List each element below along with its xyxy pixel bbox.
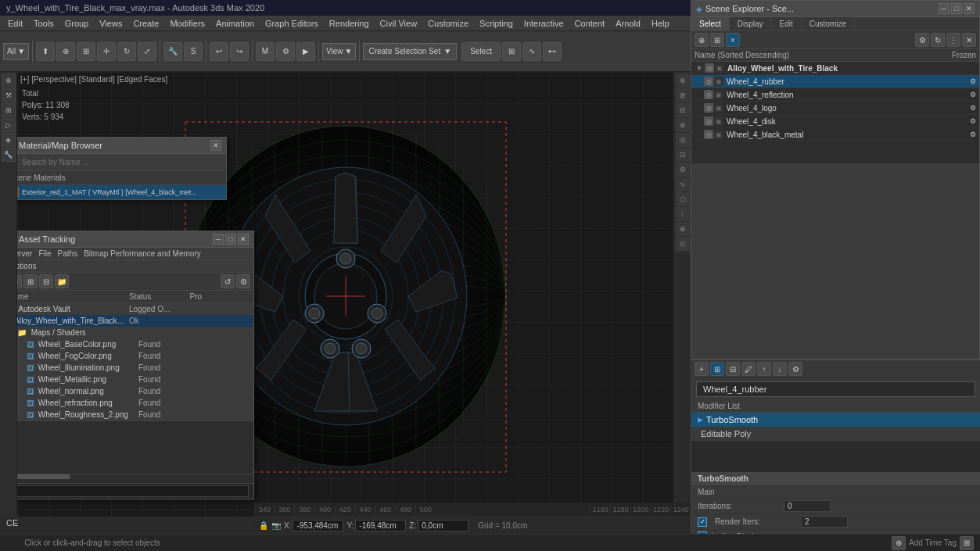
scene-more-btn[interactable]: ⋮ xyxy=(946,33,960,47)
vp-icon-9[interactable]: ⬡ xyxy=(676,192,690,206)
material-item-exterior[interactable]: Exterior_red_1_MAT ( VRayMtl ) [Wheel_4_… xyxy=(5,185,226,199)
left-icon-display[interactable]: ◈ xyxy=(2,133,16,147)
props-tb-btn6[interactable]: ↓ xyxy=(773,362,787,376)
status-btn2[interactable]: ⊞ xyxy=(960,536,974,550)
move-btn[interactable]: ✛ xyxy=(97,42,116,61)
vp-icon-10[interactable]: ↕ xyxy=(676,207,690,221)
vp-icon-12[interactable]: ⊙ xyxy=(676,237,690,251)
scene-tab-edit[interactable]: Edit xyxy=(772,17,802,30)
menu-animation[interactable]: Animation xyxy=(211,17,259,30)
scene-row-alloy[interactable]: ▼ ◎ ▣ Alloy_Wheel_with_Tire_Black xyxy=(691,62,979,75)
asset-row-roughness[interactable]: 🖼 Wheel_Roughness_2.png Found xyxy=(5,409,253,420)
asset-tb-refresh[interactable]: ↺ xyxy=(221,274,235,288)
menu-views[interactable]: Views xyxy=(95,17,127,30)
view-dropdown[interactable]: View ▼ xyxy=(322,43,356,60)
extra-btn1[interactable]: ⊞ xyxy=(502,42,521,61)
extra-btn3[interactable]: ⊷ xyxy=(543,42,562,61)
vp-icon-3[interactable]: ⊟ xyxy=(676,103,690,117)
undo-btn[interactable]: ↩ xyxy=(210,42,228,61)
select-object-btn[interactable]: ⬆ xyxy=(36,42,55,61)
asset-row-maps-folder[interactable]: 📁 Maps / Shaders xyxy=(5,327,253,338)
snap-toggle-btn[interactable]: S xyxy=(184,42,203,61)
asset-row-file[interactable]: 3 Alloy_Wheel_with_Tire_Black_max_vray..… xyxy=(5,315,253,327)
vp-icon-8[interactable]: ∿ xyxy=(676,177,690,191)
menu-interactive[interactable]: Interactive xyxy=(519,17,569,30)
asset-scrollbar[interactable] xyxy=(8,474,70,479)
scene-options-btn[interactable]: ⚙ xyxy=(915,33,929,47)
menu-create[interactable]: Create xyxy=(128,17,163,30)
menu-tools[interactable]: Tools xyxy=(29,17,59,30)
asset-row-fogcolor[interactable]: 🖼 Wheel_FogColor.png Found xyxy=(5,350,253,362)
menu-content[interactable]: Content xyxy=(570,17,610,30)
modifier-turbosmooth[interactable]: ▶ TurboSmooth xyxy=(691,413,980,427)
vp-icon-2[interactable]: ⊞ xyxy=(676,88,690,102)
asset-menu-bitmap[interactable]: Bitmap Performance and Memory xyxy=(84,249,201,258)
create-selection-btn[interactable]: Create Selection Set ▼ xyxy=(363,43,457,60)
scene-filter-btn[interactable]: ⊕ xyxy=(695,33,709,47)
asset-menu-file[interactable]: File xyxy=(38,249,51,258)
scene-tab-customize[interactable]: Customize xyxy=(802,17,855,30)
y-coord-input[interactable] xyxy=(355,520,406,531)
asset-minimize-btn[interactable]: ─ xyxy=(213,234,224,245)
scene-sync-btn[interactable]: ↻ xyxy=(931,33,945,47)
scene-sort-btn[interactable]: ⊞ xyxy=(710,33,724,47)
left-icon-utilities[interactable]: 🔧 xyxy=(2,148,16,162)
render-setup-btn[interactable]: ⚙ xyxy=(276,42,295,61)
vp-icon-1[interactable]: ⊕ xyxy=(676,73,690,88)
scale-btn[interactable]: ⤢ xyxy=(138,42,156,61)
asset-path-input[interactable] xyxy=(9,485,249,497)
render-iters-checkbox[interactable] xyxy=(698,517,707,527)
props-tb-btn1[interactable]: + xyxy=(695,362,709,376)
left-icon-hierarchy[interactable]: ⊞ xyxy=(2,103,16,117)
vp-icon-5[interactable]: ◎ xyxy=(676,133,690,147)
material-close-btn[interactable]: ✕ xyxy=(210,140,221,151)
material-search-input[interactable] xyxy=(17,156,223,169)
asset-menu-paths[interactable]: Paths xyxy=(58,249,78,258)
mode-dropdown[interactable]: All ▼ xyxy=(3,43,29,60)
menu-edit[interactable]: Edit xyxy=(3,17,27,30)
asset-close-btn[interactable]: ✕ xyxy=(238,234,249,245)
material-editor-btn[interactable]: M xyxy=(256,42,275,61)
menu-arnold[interactable]: Arnold xyxy=(611,17,645,30)
rotate-btn[interactable]: ↻ xyxy=(117,42,136,61)
asset-tb-settings[interactable]: ⚙ xyxy=(236,274,250,288)
menu-group[interactable]: Group xyxy=(60,17,94,30)
vp-icon-11[interactable]: ⊕ xyxy=(676,222,690,236)
status-btn1[interactable]: ⊕ xyxy=(892,536,906,550)
scene-row-black-metal[interactable]: ◎ ▣ Wheel_4_black_metal ⚙ xyxy=(691,128,979,141)
extra-btn2[interactable]: ∿ xyxy=(522,42,541,61)
asset-tb-btn4[interactable]: 📁 xyxy=(55,274,69,288)
menu-modifiers[interactable]: Modifiers xyxy=(165,17,210,30)
asset-row-illumination[interactable]: 🖼 Wheel_Illumination.png Found xyxy=(5,362,253,374)
asset-row-basecolor[interactable]: 🖼 Wheel_BaseColor.png Found xyxy=(5,338,253,350)
x-coord-input[interactable] xyxy=(293,520,343,531)
menu-graph-editors[interactable]: Graph Editors xyxy=(260,17,323,30)
scene-row-reflection[interactable]: ◎ ▣ Wheel_4_reflection ⚙ xyxy=(691,88,979,102)
scene-close2-btn[interactable]: ✕ xyxy=(962,33,976,47)
left-icon-motion[interactable]: ▷ xyxy=(2,118,16,132)
props-tb-btn2[interactable]: ⊞ xyxy=(710,362,724,376)
menu-customize[interactable]: Customize xyxy=(423,17,473,30)
render-btn[interactable]: ▶ xyxy=(296,42,315,61)
vp-icon-4[interactable]: ⊗ xyxy=(676,118,690,132)
props-tb-btn4[interactable]: 🖊 xyxy=(741,362,756,376)
vp-icon-7[interactable]: ⚙ xyxy=(676,163,690,177)
asset-tb-btn2[interactable]: ⊞ xyxy=(23,274,38,288)
render-iters-input[interactable] xyxy=(801,516,848,528)
modifier-editable-poly[interactable]: Editable Poly xyxy=(691,427,980,441)
menu-scripting[interactable]: Scripting xyxy=(475,17,518,30)
select-region-btn[interactable]: ⊞ xyxy=(77,42,95,61)
scene-minimize-btn[interactable]: ─ xyxy=(939,3,949,14)
props-tb-btn5[interactable]: ↑ xyxy=(757,362,771,376)
props-tb-btn3[interactable]: ⊟ xyxy=(726,362,740,376)
left-icon-modify[interactable]: ⚒ xyxy=(2,88,16,102)
asset-row-metallic[interactable]: 🖼 Wheel_Metallic.png Found xyxy=(5,374,253,385)
menu-help[interactable]: Help xyxy=(647,17,674,30)
scene-row-logo[interactable]: ◎ ▣ Wheel_4_logo ⚙ xyxy=(691,102,979,115)
select-filter-btn[interactable]: ⊕ xyxy=(56,42,75,61)
menu-civil-view[interactable]: Civil View xyxy=(375,17,422,30)
asset-row-vault[interactable]: ⊕ Autodesk Vault Logged O... xyxy=(5,303,253,315)
menu-rendering[interactable]: Rendering xyxy=(325,17,374,30)
scene-row-rubber[interactable]: ◎ ▣ Wheel_4_rubber ⚙ xyxy=(691,75,979,88)
left-icon-create[interactable]: ⊕ xyxy=(2,73,16,88)
